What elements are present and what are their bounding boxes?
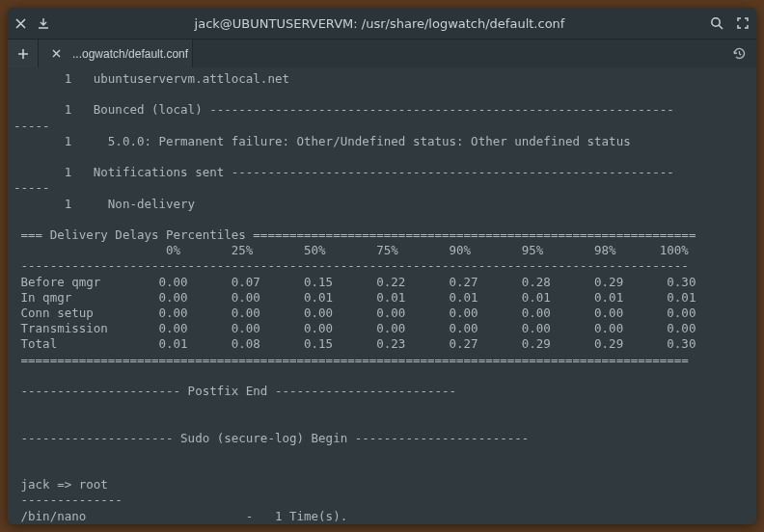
terminal-window: jack@UBUNTUSERVERVM: /usr/share/logwatch… (8, 8, 756, 524)
tabbar: ...ogwatch/default.conf (8, 39, 756, 67)
search-icon[interactable] (710, 16, 723, 30)
svg-point-0 (712, 18, 720, 26)
titlebar: jack@UBUNTUSERVERVM: /usr/share/logwatch… (8, 8, 756, 39)
tab-active[interactable]: ...ogwatch/default.conf (39, 40, 193, 67)
fullscreen-icon[interactable] (737, 17, 749, 29)
close-icon[interactable] (15, 18, 26, 29)
new-tab-button[interactable] (8, 40, 39, 67)
history-icon[interactable] (722, 40, 756, 67)
window-title: jack@UBUNTUSERVERVM: /usr/share/logwatch… (49, 16, 710, 31)
terminal-output[interactable]: 1 ubuntuservervm.attlocal.net 1 Bounced … (8, 67, 756, 524)
tab-close-icon[interactable] (46, 47, 67, 60)
tab-label: ...ogwatch/default.conf (72, 47, 188, 61)
download-icon[interactable] (38, 17, 49, 29)
